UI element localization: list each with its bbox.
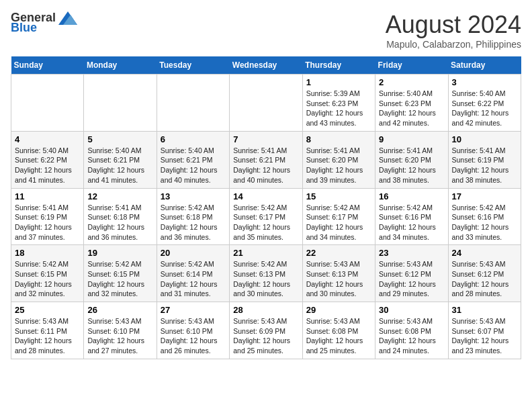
calendar-cell: 12Sunrise: 5:41 AM Sunset: 6:18 PM Dayli…	[84, 188, 157, 245]
day-number: 15	[306, 191, 371, 201]
header-friday: Friday	[375, 56, 448, 75]
calendar-cell: 8Sunrise: 5:41 AM Sunset: 6:20 PM Daylig…	[302, 131, 375, 188]
calendar-week-4: 18Sunrise: 5:42 AM Sunset: 6:15 PM Dayli…	[11, 245, 521, 302]
calendar-cell: 6Sunrise: 5:40 AM Sunset: 6:21 PM Daylig…	[157, 131, 229, 188]
day-number: 12	[87, 191, 152, 201]
day-info: Sunrise: 5:43 AM Sunset: 6:12 PM Dayligh…	[452, 259, 517, 299]
day-info: Sunrise: 5:43 AM Sunset: 6:13 PM Dayligh…	[306, 259, 371, 299]
day-info: Sunrise: 5:39 AM Sunset: 6:23 PM Dayligh…	[306, 89, 371, 128]
day-info: Sunrise: 5:43 AM Sunset: 6:07 PM Dayligh…	[452, 316, 517, 356]
day-info: Sunrise: 5:43 AM Sunset: 6:10 PM Dayligh…	[161, 316, 226, 356]
page-header: General Blue August 2024 Mapulo, Calabar…	[11, 11, 521, 50]
calendar-week-5: 25Sunrise: 5:43 AM Sunset: 6:11 PM Dayli…	[11, 302, 521, 359]
calendar-cell: 1Sunrise: 5:39 AM Sunset: 6:23 PM Daylig…	[302, 75, 375, 132]
day-number: 10	[452, 134, 517, 144]
logo: General Blue	[11, 11, 77, 35]
day-number: 17	[452, 191, 517, 201]
day-number: 30	[379, 305, 444, 315]
day-info: Sunrise: 5:40 AM Sunset: 6:23 PM Dayligh…	[379, 89, 444, 128]
day-info: Sunrise: 5:43 AM Sunset: 6:09 PM Dayligh…	[233, 316, 298, 356]
calendar-cell: 21Sunrise: 5:42 AM Sunset: 6:13 PM Dayli…	[230, 245, 302, 302]
day-number: 13	[161, 191, 226, 201]
location: Mapulo, Calabarzon, Philippines	[386, 39, 521, 50]
day-info: Sunrise: 5:41 AM Sunset: 6:20 PM Dayligh…	[306, 146, 371, 185]
header-sunday: Sunday	[11, 56, 84, 75]
calendar-week-2: 4Sunrise: 5:40 AM Sunset: 6:22 PM Daylig…	[11, 131, 521, 188]
header-tuesday: Tuesday	[157, 56, 229, 75]
calendar-cell: 11Sunrise: 5:41 AM Sunset: 6:19 PM Dayli…	[11, 188, 84, 245]
day-info: Sunrise: 5:40 AM Sunset: 6:22 PM Dayligh…	[452, 89, 517, 128]
day-number: 8	[306, 134, 371, 144]
calendar-cell: 4Sunrise: 5:40 AM Sunset: 6:22 PM Daylig…	[11, 131, 84, 188]
day-number: 16	[379, 191, 444, 201]
day-number: 9	[379, 134, 444, 144]
day-number: 29	[306, 305, 371, 315]
day-info: Sunrise: 5:40 AM Sunset: 6:21 PM Dayligh…	[161, 146, 226, 185]
calendar-week-3: 11Sunrise: 5:41 AM Sunset: 6:19 PM Dayli…	[11, 188, 521, 245]
calendar-cell: 15Sunrise: 5:42 AM Sunset: 6:17 PM Dayli…	[302, 188, 375, 245]
day-number: 20	[161, 248, 226, 258]
day-info: Sunrise: 5:43 AM Sunset: 6:08 PM Dayligh…	[306, 316, 371, 356]
calendar-cell	[157, 75, 229, 132]
day-number: 28	[233, 305, 298, 315]
day-number: 1	[306, 77, 371, 87]
calendar-cell: 29Sunrise: 5:43 AM Sunset: 6:08 PM Dayli…	[302, 302, 375, 359]
day-info: Sunrise: 5:43 AM Sunset: 6:11 PM Dayligh…	[15, 316, 80, 356]
calendar-cell	[230, 75, 302, 132]
day-info: Sunrise: 5:40 AM Sunset: 6:22 PM Dayligh…	[15, 146, 80, 185]
calendar-cell: 23Sunrise: 5:43 AM Sunset: 6:12 PM Dayli…	[375, 245, 448, 302]
day-info: Sunrise: 5:42 AM Sunset: 6:17 PM Dayligh…	[233, 203, 298, 242]
day-info: Sunrise: 5:41 AM Sunset: 6:20 PM Dayligh…	[379, 146, 444, 185]
logo-blue: Blue	[11, 21, 37, 35]
day-info: Sunrise: 5:41 AM Sunset: 6:19 PM Dayligh…	[452, 146, 517, 185]
day-info: Sunrise: 5:43 AM Sunset: 6:10 PM Dayligh…	[87, 316, 152, 356]
calendar-cell: 2Sunrise: 5:40 AM Sunset: 6:23 PM Daylig…	[375, 75, 448, 132]
day-number: 4	[15, 134, 80, 144]
day-number: 6	[161, 134, 226, 144]
calendar-cell: 19Sunrise: 5:42 AM Sunset: 6:15 PM Dayli…	[84, 245, 157, 302]
day-number: 26	[87, 305, 152, 315]
calendar-cell: 3Sunrise: 5:40 AM Sunset: 6:22 PM Daylig…	[448, 75, 521, 132]
calendar-table: SundayMondayTuesdayWednesdayThursdayFrid…	[11, 56, 521, 359]
day-info: Sunrise: 5:41 AM Sunset: 6:21 PM Dayligh…	[233, 146, 298, 185]
calendar-cell: 31Sunrise: 5:43 AM Sunset: 6:07 PM Dayli…	[448, 302, 521, 359]
day-info: Sunrise: 5:42 AM Sunset: 6:15 PM Dayligh…	[15, 259, 80, 299]
day-info: Sunrise: 5:43 AM Sunset: 6:08 PM Dayligh…	[379, 316, 444, 356]
calendar-cell: 18Sunrise: 5:42 AM Sunset: 6:15 PM Dayli…	[11, 245, 84, 302]
calendar-cell: 17Sunrise: 5:42 AM Sunset: 6:16 PM Dayli…	[448, 188, 521, 245]
title-section: August 2024 Mapulo, Calabarzon, Philippi…	[386, 11, 521, 50]
day-info: Sunrise: 5:42 AM Sunset: 6:14 PM Dayligh…	[161, 259, 226, 299]
header-saturday: Saturday	[448, 56, 521, 75]
calendar-cell: 26Sunrise: 5:43 AM Sunset: 6:10 PM Dayli…	[84, 302, 157, 359]
day-info: Sunrise: 5:42 AM Sunset: 6:16 PM Dayligh…	[452, 203, 517, 242]
calendar-cell: 13Sunrise: 5:42 AM Sunset: 6:18 PM Dayli…	[157, 188, 229, 245]
calendar-cell: 27Sunrise: 5:43 AM Sunset: 6:10 PM Dayli…	[157, 302, 229, 359]
day-info: Sunrise: 5:42 AM Sunset: 6:17 PM Dayligh…	[306, 203, 371, 242]
calendar-cell: 30Sunrise: 5:43 AM Sunset: 6:08 PM Dayli…	[375, 302, 448, 359]
day-number: 14	[233, 191, 298, 201]
calendar-cell: 5Sunrise: 5:40 AM Sunset: 6:21 PM Daylig…	[84, 131, 157, 188]
header-thursday: Thursday	[302, 56, 375, 75]
calendar-week-1: 1Sunrise: 5:39 AM Sunset: 6:23 PM Daylig…	[11, 75, 521, 132]
header-monday: Monday	[84, 56, 157, 75]
day-info: Sunrise: 5:40 AM Sunset: 6:21 PM Dayligh…	[87, 146, 152, 185]
day-number: 7	[233, 134, 298, 144]
calendar-cell: 20Sunrise: 5:42 AM Sunset: 6:14 PM Dayli…	[157, 245, 229, 302]
calendar-cell: 24Sunrise: 5:43 AM Sunset: 6:12 PM Dayli…	[448, 245, 521, 302]
calendar-cell: 14Sunrise: 5:42 AM Sunset: 6:17 PM Dayli…	[230, 188, 302, 245]
month-year: August 2024	[386, 11, 521, 39]
day-number: 11	[15, 191, 80, 201]
header-wednesday: Wednesday	[230, 56, 302, 75]
day-number: 19	[87, 248, 152, 258]
calendar-cell: 22Sunrise: 5:43 AM Sunset: 6:13 PM Dayli…	[302, 245, 375, 302]
logo-icon	[58, 11, 77, 25]
calendar-cell: 9Sunrise: 5:41 AM Sunset: 6:20 PM Daylig…	[375, 131, 448, 188]
calendar-cell	[84, 75, 157, 132]
day-info: Sunrise: 5:42 AM Sunset: 6:18 PM Dayligh…	[161, 203, 226, 242]
calendar-cell: 25Sunrise: 5:43 AM Sunset: 6:11 PM Dayli…	[11, 302, 84, 359]
day-info: Sunrise: 5:42 AM Sunset: 6:16 PM Dayligh…	[379, 203, 444, 242]
day-info: Sunrise: 5:42 AM Sunset: 6:13 PM Dayligh…	[233, 259, 298, 299]
calendar-cell: 28Sunrise: 5:43 AM Sunset: 6:09 PM Dayli…	[230, 302, 302, 359]
day-number: 18	[15, 248, 80, 258]
day-number: 5	[87, 134, 152, 144]
